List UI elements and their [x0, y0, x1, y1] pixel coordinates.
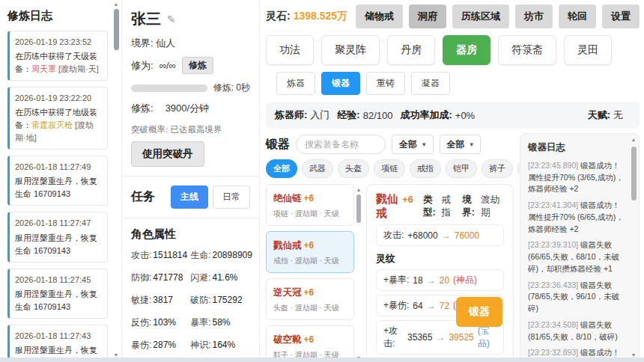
nav-market-button[interactable]: 坊市 [515, 4, 553, 28]
rune-stat-box: +暴率: 18 → 20 (神品) [376, 269, 504, 291]
attr-label: 神识: [190, 340, 210, 350]
scrollbar-thumb[interactable] [631, 147, 637, 200]
attr-value: 287% [153, 340, 176, 350]
stat-to: 39525 [449, 332, 473, 343]
forge-log-time: [23:23:34.508] [528, 320, 578, 329]
filter-dropdown-2-value: 全部 [447, 138, 465, 151]
forge-log-time: [23:23:41.304] [528, 200, 578, 209]
tab-daily-quest[interactable]: 日常 [213, 185, 250, 209]
tab-artifact-room[interactable]: 器房 [443, 35, 490, 65]
attr-label: 生命: [190, 250, 210, 260]
forge-log-entry: [23:23:34.508] 锻器失败 (81/65,失败，8/10，破碎) [528, 319, 627, 343]
subtab-craft[interactable]: 炼器 [276, 72, 315, 95]
filter-dropdown-2[interactable]: 全部 ▾ [440, 135, 482, 154]
subtab-forge[interactable]: 锻器 [321, 72, 360, 95]
equipment-item-selected[interactable]: 戮仙戒+6 戒指 · 渡劫期 · 天级 [266, 231, 354, 273]
log-entry-text: 在历练中获得了天级装备：周天罩 [渡劫期·天] [15, 50, 102, 76]
nav-settings-button[interactable]: 设置 [602, 4, 640, 28]
detail-type-label: 类型: [423, 194, 438, 219]
attr-value: 103% [153, 317, 176, 328]
subtab-condense[interactable]: 凝器 [411, 72, 450, 95]
pill-helmet[interactable]: 头盔 [338, 159, 369, 178]
scrollbar-thumb[interactable] [356, 194, 361, 223]
tab-main-quest[interactable]: 主线 [171, 185, 208, 209]
equipment-item[interactable]: 绝仙链+6 项链 · 渡劫期 · 天级 [266, 184, 354, 226]
equipment-name: 绝仙链 [273, 193, 302, 203]
attribute-item: 闪避:41.6% [190, 272, 252, 284]
artifact-subtabs: 炼器 锻器 重铸 凝器 [276, 72, 640, 95]
detail-enhance-level: +6 [402, 194, 413, 205]
log-entry-card: 2026-01-19 23:23:52 在历练中获得了天级装备：周天罩 [渡劫期… [7, 31, 108, 81]
equipment-list-scrollbar[interactable]: ▲ ▼ [354, 184, 363, 362]
forge-log-entry: [23:23:45.890] 锻器成功！属性提升70% (3/65,成功)，炼器… [528, 160, 627, 195]
runes-title: 灵纹 [376, 252, 504, 266]
use-breakthrough-pill-button[interactable]: 使用突破丹 [131, 141, 204, 167]
equipment-list: 绝仙链+6 项链 · 渡劫期 · 天级 戮仙戒+6 戒指 · 渡劫期 · 天级 … [266, 184, 354, 362]
equipment-search-input[interactable] [296, 135, 386, 154]
pill-weapon[interactable]: 武器 [302, 159, 333, 178]
forge-button[interactable]: 锻器 [456, 297, 502, 327]
tab-spirit-array[interactable]: 聚灵阵 [321, 35, 380, 65]
cultivation-value: ∞/∞ [160, 60, 176, 71]
stat-label: +攻击: [383, 325, 404, 350]
equipment-row: 绝仙链+6 项链 · 渡劫期 · 天级 戮仙戒+6 戒指 · 渡劫期 · 天级 … [266, 184, 514, 362]
subtab-recast[interactable]: 重铸 [366, 72, 405, 95]
main-area: 灵石: 1398.525万 储物戒 洞府 历练区域 坊市 轮回 设置 功法 聚灵… [260, 0, 644, 362]
filter-dropdown-1-value: 全部 [399, 138, 417, 151]
log-entry-time: 2026-01-18 11:27:43 [15, 330, 102, 343]
equipment-enhance-level: +6 [304, 287, 315, 298]
pill-all[interactable]: 全部 [266, 159, 297, 178]
realm-row: 境界: 仙人 [131, 37, 250, 50]
realm-value: 仙人 [156, 37, 175, 49]
arrow-right-icon: → [427, 275, 436, 286]
timer-label: 修炼: [213, 82, 234, 93]
equipment-item[interactable]: 破空靴+6 鞋子 · 渡劫期 · 天级 [266, 325, 354, 362]
chevron-down-icon: ▾ [422, 141, 426, 148]
pill-pants[interactable]: 裤子 [482, 159, 513, 178]
nav-storage-ring-button[interactable]: 储物戒 [356, 4, 403, 28]
cultivation-progress-bar [131, 85, 207, 92]
nav-cave-dwelling-button[interactable]: 洞府 [409, 4, 446, 28]
sidebar-scrollbar[interactable]: ▲ ▼ [111, 0, 122, 362]
tab-spirit-field[interactable]: 灵田 [564, 35, 612, 65]
forge-log-time: [23:23:36.433] [528, 280, 578, 289]
stat-from: 18 [413, 275, 422, 286]
equipment-item[interactable]: 逆天冠+6 头盔 · 渡劫期 · 天级 [266, 278, 354, 320]
horizontal-scrollbar-track[interactable] [0, 358, 644, 362]
breakthrough-label: 突破概率: [131, 125, 168, 134]
edit-name-icon[interactable]: ✎ [167, 13, 176, 25]
forge-log-scrollbar[interactable]: ▲ ▼ [630, 136, 637, 359]
spirit-stone-value: 1398.525万 [294, 10, 347, 23]
cultivate-button[interactable]: 修炼 [182, 57, 213, 74]
tab-gongfa[interactable]: 功法 [266, 35, 314, 65]
forge-log-title: 锻器日志 [528, 141, 627, 155]
scroll-up-icon[interactable]: ▲ [631, 136, 637, 144]
filter-dropdown-1[interactable]: 全部 ▾ [392, 135, 434, 154]
detail-title-row: 戮仙戒 +6 类型: 戒指 境界: 渡劫期 [376, 192, 504, 221]
top-header: 灵石: 1398.525万 储物戒 洞府 历练区域 坊市 轮回 设置 [266, 3, 640, 30]
tab-pill-room[interactable]: 丹房 [387, 35, 435, 65]
character-panel: 张三 ✎ 境界: 仙人 修为: ∞/∞ 修炼 修炼: 0秒 修炼:3900/分钟… [122, 0, 260, 362]
attr-value: 164% [213, 340, 236, 350]
forge-log-panel: 锻器日志 [23:23:45.890] 锻器成功！属性提升70% (3/65,成… [520, 133, 640, 362]
equipment-meta: 头盔 · 渡劫期 · 天级 [273, 303, 347, 313]
pill-necklace[interactable]: 项链 [374, 159, 405, 178]
scroll-up-icon[interactable]: ▲ [114, 1, 119, 7]
nav-training-area-button[interactable]: 历练区域 [452, 4, 509, 28]
attr-label: 暴伤: [131, 340, 151, 350]
attr-label: 敏捷: [131, 295, 151, 305]
nav-reincarnation-button[interactable]: 轮回 [559, 4, 596, 28]
talent-value: 无 [613, 108, 623, 122]
craftsman-bonus-label: 成功率加成: [400, 108, 452, 122]
scroll-up-icon[interactable]: ▲ [356, 187, 362, 192]
pill-armor[interactable]: 铠甲 [446, 159, 477, 178]
forge-title: 锻器 [266, 137, 290, 153]
scroll-down-icon[interactable]: ▼ [114, 352, 119, 358]
scrollbar-thumb[interactable] [114, 9, 119, 50]
equipment-enhance-level: +6 [304, 240, 315, 251]
tab-talisman-hall[interactable]: 符箓斋 [498, 35, 556, 65]
forge-log-entry: [23:23:36.433] 锻器失败 (78/65,失败，96/10，未破碎) [528, 280, 627, 315]
equipment-name: 逆天冠 [273, 287, 302, 298]
realm-label: 境界: [131, 37, 154, 49]
pill-ring[interactable]: 戒指 [410, 159, 441, 178]
